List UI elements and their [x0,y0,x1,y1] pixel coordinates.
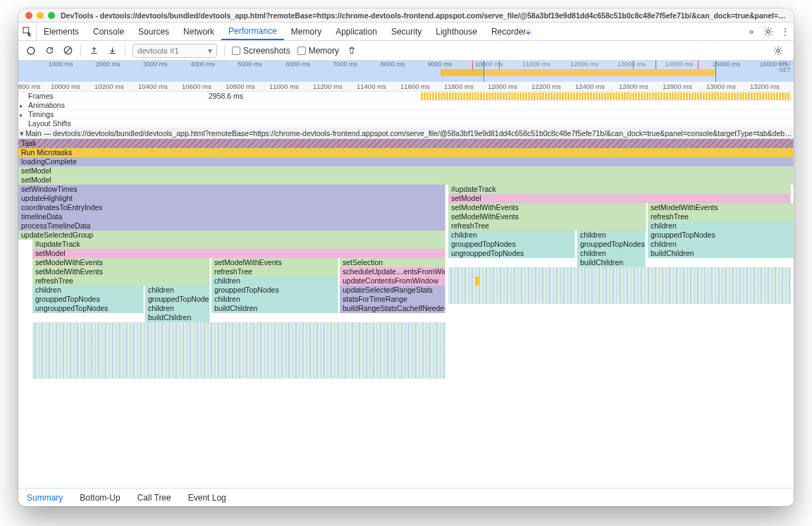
flame-bar[interactable]: grouppedTopNodes [448,240,575,249]
flame-chart[interactable]: TaskRun MicrotasksloadingCompletesetMode… [18,139,794,488]
frames-track[interactable]: Frames 2958.6 ms [18,92,794,101]
details-tab-call-tree[interactable]: Call Tree [129,489,180,506]
flame-bar[interactable]: children [145,304,210,313]
tab-elements[interactable]: Elements [37,23,86,40]
flame-bar[interactable]: Task [18,139,794,148]
flame-bar[interactable]: coordinatesToEntryIndex [18,203,445,212]
flame-bar[interactable]: buildRangeStatsCacheIfNeeded [340,304,445,313]
tab-application[interactable]: Application [328,23,384,40]
flame-bar[interactable]: updateHighlight [18,194,445,203]
flame-bar[interactable]: loadingComplete [18,157,794,166]
flame-deep-stack[interactable] [32,322,445,379]
flame-bar[interactable]: children [577,249,646,258]
tab-performance[interactable]: Performance [221,23,284,40]
tab-memory[interactable]: Memory [284,23,328,40]
flame-bar[interactable]: refreshTree [448,221,646,231]
flame-bar[interactable]: processTimelineData [18,221,445,231]
flame-bar[interactable]: buildChildren [577,258,646,267]
timings-track[interactable]: ▸ Timings [18,110,794,119]
flame-bar[interactable]: setModelWithEvents [211,258,338,267]
tab-lighthouse[interactable]: Lighthouse [429,23,484,40]
flame-deep-stack[interactable] [448,267,791,304]
chevron-right-icon: ▸ [20,102,23,109]
clear-icon[interactable] [62,45,73,56]
tab-security[interactable]: Security [384,23,429,40]
flame-bar[interactable]: children [648,221,794,231]
flame-bar[interactable]: grouppedTopNodes [577,240,646,249]
flame-bar[interactable]: updateSelectedRangeStats [340,286,445,295]
download-icon[interactable] [106,45,118,56]
flame-bar[interactable]: children [211,276,338,286]
flame-bar[interactable]: grouppedTopNodes [211,286,338,295]
flame-bar[interactable]: children [577,231,646,240]
flame-bar[interactable]: setModel [32,249,445,258]
details-tab-bottom-up[interactable]: Bottom-Up [71,489,128,506]
details-tab-event-log[interactable]: Event Log [180,489,235,506]
flame-bar[interactable]: buildChildren [648,249,794,258]
kebab-menu-icon[interactable]: ⋮ [777,23,794,40]
time-tick: 13000 ms [706,82,736,90]
flame-bar[interactable]: refreshTree [211,267,338,276]
settings-gear-icon[interactable] [760,23,777,40]
time-ruler[interactable]: 800 ms10000 ms10200 ms10400 ms10600 ms10… [18,82,794,92]
upload-icon[interactable] [88,45,99,56]
flame-bar[interactable]: setWindowTimes [18,185,445,194]
flame-bar[interactable]: setModelWithEvents [32,267,210,276]
flame-bar[interactable]: ungrouppedTopNodes [32,304,144,313]
details-tab-summary[interactable]: Summary [18,489,71,506]
flame-bar[interactable]: timelineData [18,212,445,221]
flame-bar[interactable]: scheduleUpdate…entsFromWindow [340,267,445,276]
flame-bar[interactable]: setModelWithEvents [32,258,210,267]
flame-bar[interactable]: setModel [18,166,794,176]
flame-bar[interactable]: Run Microtasks [18,148,794,157]
flame-bar[interactable]: refreshTree [32,276,210,286]
flame-bar[interactable]: setSelection [340,258,445,267]
overview-selection[interactable] [484,61,716,82]
flame-bar[interactable]: setModelWithEvents [448,203,646,212]
window-controls [18,12,55,19]
record-icon[interactable] [25,45,37,56]
flame-bar[interactable]: children [448,231,575,240]
flame-bar[interactable]: #updateTrack [32,240,445,249]
flame-bar[interactable]: buildChildren [145,313,210,322]
layout-shifts-track[interactable]: Layout Shifts [18,119,794,128]
time-tick: 10800 ms [226,82,255,90]
panel-settings-gear-icon[interactable] [770,46,787,56]
memory-toggle[interactable]: Memory [297,46,339,56]
inspect-element-icon[interactable] [18,23,37,40]
animations-track[interactable]: ▸ Animations [18,101,794,110]
delete-icon[interactable] [346,45,357,56]
flame-bar[interactable]: updateContentsFromWindow [340,276,445,286]
tabs-overflow-icon[interactable]: » [743,23,760,40]
flame-bar[interactable]: updateSelectedGroup [18,231,445,240]
overview-panel[interactable]: 1000 ms2000 ms3000 ms4000 ms5000 ms6000 … [18,61,794,82]
flame-bar[interactable]: children [32,286,144,295]
tab-sources[interactable]: Sources [131,23,176,40]
flame-bar[interactable]: setModel [448,194,791,203]
flame-bar[interactable]: setModelWithEvents [648,203,794,212]
flame-bar[interactable]: setModelWithEvents [448,212,646,221]
flame-bar[interactable]: setModel [18,176,794,185]
screenshots-toggle[interactable]: Screenshots [232,46,290,56]
flame-bar[interactable]: ungrouppedTopNodes [448,249,575,258]
flame-bar[interactable]: children [648,240,794,249]
flame-bar[interactable]: children [211,295,338,304]
flame-bar[interactable]: children [145,286,210,295]
flame-bar[interactable]: grouppedTopNodes [648,231,794,240]
tab-console[interactable]: Console [86,23,131,40]
flame-bar[interactable]: grouppedTopNodes [145,295,210,304]
overview-marker [656,61,656,69]
tab-network[interactable]: Network [176,23,221,40]
maximize-icon[interactable] [48,12,55,19]
close-icon[interactable] [25,12,32,19]
recording-select[interactable]: devtools #1 ▾ [133,44,217,58]
flame-bar[interactable]: buildChildren [211,304,338,313]
main-track-header[interactable]: ▾ Main — devtools://devtools/bundled/dev… [18,128,794,139]
tab-recorder[interactable]: Recorder ⬙ [484,23,538,40]
reload-icon[interactable] [44,45,55,56]
flame-bar[interactable]: grouppedTopNodes [32,295,144,304]
flame-bar[interactable]: statsForTimeRange [340,295,445,304]
minimize-icon[interactable] [37,12,44,19]
flame-bar[interactable]: refreshTree [648,212,794,221]
flame-bar[interactable]: #updateTrack [448,185,791,194]
